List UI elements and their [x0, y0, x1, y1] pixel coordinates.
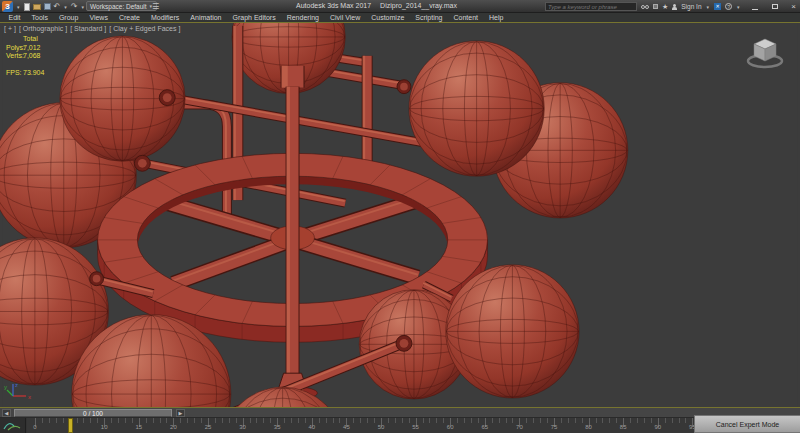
track-bar[interactable]: 0510152025303540455055606570758085909510… — [0, 418, 800, 433]
open-file-icon[interactable] — [33, 4, 41, 10]
connector-flange[interactable] — [397, 80, 411, 94]
undo-icon[interactable]: ↶ — [54, 3, 61, 11]
sign-in-button[interactable]: Sign In — [681, 3, 701, 10]
viewport[interactable]: [ + ] [ Orthographic ] [ Standard ] [ Cl… — [0, 22, 800, 408]
ruler-label-40: 40 — [304, 424, 320, 430]
menu-item-animation[interactable]: Animation — [185, 13, 227, 22]
ruler-label-45: 45 — [338, 424, 354, 430]
app-menu-caret-icon[interactable]: ▾ — [17, 4, 20, 10]
world-axis-gizmo: x y z — [4, 381, 32, 403]
menu-item-content[interactable]: Content — [448, 13, 484, 22]
ruler-label-60: 60 — [442, 424, 458, 430]
redo-caret-icon[interactable]: ▾ — [81, 4, 84, 10]
timeline-ruler[interactable]: 0510152025303540455055606570758085909510… — [27, 418, 800, 433]
workspace-menu-icon[interactable]: ☰ — [152, 2, 159, 11]
statistics-overlay: Total Polys: 7,012 Verts: 7,068 FPS: 73.… — [6, 35, 44, 77]
menu-item-create[interactable]: Create — [113, 13, 145, 22]
ruler-label-70: 70 — [511, 424, 527, 430]
ruler-label-65: 65 — [477, 424, 493, 430]
ruler-label-10: 10 — [96, 424, 112, 430]
restore-button[interactable] — [772, 4, 778, 9]
save-file-icon[interactable] — [44, 3, 51, 10]
connector-flange[interactable] — [134, 155, 150, 171]
next-frame-button[interactable]: ▶ — [176, 409, 185, 417]
search-input[interactable] — [545, 2, 637, 11]
workspace-selector[interactable]: Workspace: Default ▾ — [86, 1, 157, 11]
sign-in-caret-icon[interactable]: ▾ — [707, 4, 710, 10]
stats-polys-label: Polys: — [6, 44, 23, 53]
stats-verts-label: Verts: — [6, 52, 23, 61]
viewcube[interactable] — [742, 31, 788, 73]
current-frame-marker[interactable] — [68, 418, 73, 433]
connector-flange[interactable] — [90, 272, 104, 286]
viewport-menu-standard[interactable]: [ Standard ] — [70, 25, 106, 32]
stats-total-label: Total — [23, 35, 38, 44]
viewport-canvas[interactable] — [0, 23, 800, 407]
help-icon[interactable]: ? — [725, 3, 732, 10]
user-icon[interactable] — [672, 4, 677, 10]
ruler-label-35: 35 — [269, 424, 285, 430]
stats-polys-value: 7,012 — [23, 44, 41, 53]
viewport-menu-shading[interactable]: [ Clay + Edged Faces ] — [109, 25, 180, 32]
redo-icon[interactable]: ↷ — [71, 3, 78, 11]
menu-item-tools[interactable]: Tools — [26, 13, 53, 22]
previous-frame-button[interactable]: ◀ — [2, 409, 11, 417]
ruler-label-25: 25 — [200, 424, 216, 430]
connector-flange[interactable] — [159, 90, 175, 106]
axis-z-label: z — [15, 382, 18, 388]
menu-item-edit[interactable]: Edit — [3, 13, 26, 22]
menu-item-help[interactable]: Help — [484, 13, 509, 22]
ruler-label-85: 85 — [615, 424, 631, 430]
ruler-label-0: 0 — [27, 424, 43, 430]
ruler-label-30: 30 — [235, 424, 251, 430]
menu-item-modifiers[interactable]: Modifiers — [145, 13, 184, 22]
close-button[interactable]: × — [791, 3, 796, 11]
stats-verts-value: 7,068 — [23, 52, 41, 61]
search-icon[interactable] — [641, 5, 649, 9]
application-window: 3 ▾ ↶ ▾ ↷ ▾ Workspace: Default ▾ ☰ Autod… — [0, 0, 800, 433]
quick-access-toolbar: ▾ ↶ ▾ ↷ ▾ — [16, 2, 95, 11]
mini-curve-editor-button[interactable] — [0, 418, 26, 433]
menu-item-customize[interactable]: Customize — [366, 13, 410, 22]
vertical-post[interactable] — [286, 87, 300, 377]
ruler-label-20: 20 — [165, 424, 181, 430]
favorites-icon[interactable]: ★ — [662, 3, 668, 10]
axis-y-label: y — [4, 384, 7, 390]
time-slider: ◀ 0 / 100 ▶ — [0, 408, 800, 418]
viewport-menu-plus[interactable]: [ + ] — [4, 25, 16, 32]
time-slider-handle[interactable]: 0 / 100 — [14, 409, 172, 417]
menu-item-scripting[interactable]: Scripting — [410, 13, 448, 22]
ruler-label-90: 90 — [650, 424, 666, 430]
file-name: Dizipro_2014__vray.max — [380, 2, 457, 9]
axis-x-label: x — [28, 394, 31, 400]
stats-fps-label: FPS: — [6, 69, 23, 78]
new-scene-icon[interactable] — [24, 3, 30, 11]
menu-bar: EditToolsGroupViewsCreateModifiersAnimat… — [0, 13, 800, 22]
titlebar-right-icons: ★ Sign In ▾ ✕ ? ▾ — [641, 1, 741, 12]
communication-center-icon[interactable] — [653, 4, 658, 9]
ruler-label-55: 55 — [408, 424, 424, 430]
viewport-label: [ + ] [ Orthographic ] [ Standard ] [ Cl… — [4, 25, 180, 32]
minimize-button[interactable] — [752, 4, 758, 10]
sphere[interactable] — [409, 41, 544, 176]
exchange-apps-icon[interactable]: ✕ — [714, 3, 721, 10]
help-caret-icon[interactable]: ▾ — [737, 4, 740, 10]
sphere[interactable] — [446, 265, 579, 398]
ruler-label-15: 15 — [131, 424, 147, 430]
vertical-post[interactable] — [281, 66, 305, 88]
menu-item-rendering[interactable]: Rendering — [281, 13, 324, 22]
connector-flange[interactable] — [396, 335, 412, 351]
ruler-label-75: 75 — [546, 424, 562, 430]
window-title: Autodesk 3ds Max 2017 Dizipro_2014__vray… — [296, 2, 457, 9]
menu-item-group[interactable]: Group — [53, 13, 83, 22]
stats-fps-value: 73.904 — [23, 69, 44, 78]
viewport-menu-view[interactable]: [ Orthographic ] — [19, 25, 67, 32]
app-logo-icon[interactable]: 3 — [2, 1, 13, 12]
ruler-label-50: 50 — [373, 424, 389, 430]
menu-item-civil-view[interactable]: Civil View — [324, 13, 365, 22]
title-bar: 3 ▾ ↶ ▾ ↷ ▾ Workspace: Default ▾ ☰ Autod… — [0, 0, 800, 13]
menu-item-views[interactable]: Views — [84, 13, 114, 22]
cancel-expert-mode-button[interactable]: Cancel Expert Mode — [694, 415, 800, 433]
menu-item-graph-editors[interactable]: Graph Editors — [227, 13, 281, 22]
undo-caret-icon[interactable]: ▾ — [64, 4, 67, 10]
